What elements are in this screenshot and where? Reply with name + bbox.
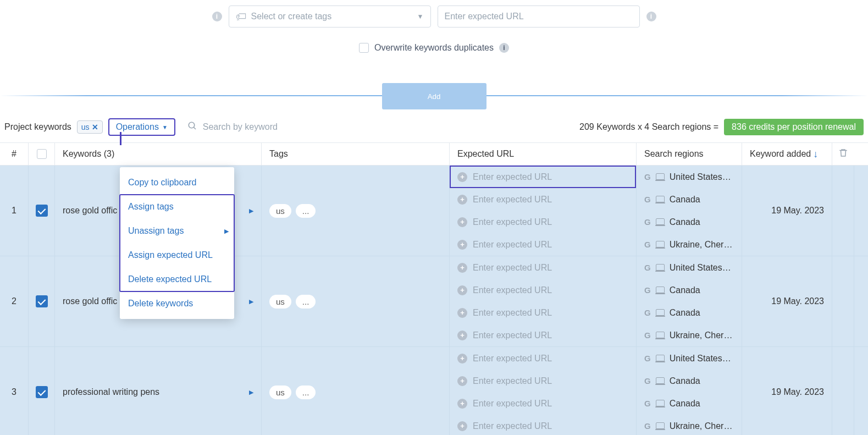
operations-button[interactable]: Operations ▼ <box>108 118 175 136</box>
expected-url-input-row[interactable]: +Enter expected URL <box>450 347 636 370</box>
plus-icon: + <box>457 421 467 431</box>
column-header-expected-url[interactable]: Expected URL <box>450 143 637 165</box>
chevron-right-icon[interactable]: ▶ <box>249 389 253 396</box>
google-icon: G <box>644 421 651 431</box>
dropdown-item-delete-keywords[interactable]: Delete keywords <box>120 291 234 316</box>
dropdown-item-label: Unassign tags <box>128 226 184 235</box>
region-text: Canada <box>670 285 700 295</box>
desktop-icon <box>655 196 665 203</box>
desktop-icon <box>655 355 665 362</box>
plus-icon: + <box>457 195 467 205</box>
add-button[interactable]: Add <box>382 83 486 109</box>
expected-url-input-row[interactable]: +Enter expected URL <box>450 188 636 211</box>
column-header-keyword-added-label: Keyword added <box>750 149 811 159</box>
table-header: # Keywords (3) Tags Expected URL Search … <box>0 142 868 166</box>
google-icon: G <box>644 217 651 227</box>
desktop-icon <box>655 264 665 272</box>
operations-dropdown: Copy to clipboard Assign tags Unassign t… <box>120 167 234 319</box>
expected-url-input-row[interactable]: +Enter expected URL <box>450 415 636 435</box>
google-icon: G <box>644 195 651 204</box>
expected-url-input-row[interactable]: +Enter expected URL <box>450 324 636 346</box>
chevron-right-icon[interactable]: ▶ <box>249 207 253 214</box>
chevron-right-icon[interactable]: ▶ <box>249 298 253 305</box>
url-placeholder-text: Enter expected URL <box>473 354 552 364</box>
google-icon: G <box>644 172 651 181</box>
dropdown-item-copy[interactable]: Copy to clipboard <box>120 170 234 195</box>
table-row: 3professional writing pens▶us...+Enter e… <box>0 347 868 435</box>
expected-url-input-row[interactable]: +Enter expected URL <box>450 392 636 415</box>
url-placeholder-text: Enter expected URL <box>473 308 552 318</box>
desktop-icon <box>655 173 665 181</box>
filter-chip-us[interactable]: us ✕ <box>77 120 103 134</box>
tag-pill[interactable]: ... <box>296 295 316 309</box>
trash-icon[interactable] <box>838 148 848 160</box>
expected-url-input[interactable]: Enter expected URL <box>438 5 640 27</box>
dropdown-item-assign-tags[interactable]: Assign tags <box>120 195 234 219</box>
google-icon: G <box>644 285 651 295</box>
plus-icon: + <box>457 376 467 386</box>
region-cell: GUkraine, Cher… <box>637 233 742 256</box>
tag-pill[interactable]: us <box>269 295 291 309</box>
row-checkbox[interactable] <box>36 295 48 307</box>
row-checkbox[interactable] <box>36 386 48 398</box>
plus-icon: + <box>457 172 467 182</box>
url-placeholder-text: Enter expected URL <box>473 195 552 205</box>
url-placeholder-text: Enter expected URL <box>473 421 552 431</box>
tag-pill[interactable]: ... <box>296 386 316 399</box>
date-added: 19 May. 2023 <box>742 256 832 346</box>
url-placeholder-text: Enter expected URL <box>473 331 552 340</box>
region-text: Ukraine, Cher… <box>670 421 733 431</box>
expected-url-input-row[interactable]: +Enter expected URL <box>450 256 636 279</box>
plus-icon: + <box>457 217 467 227</box>
dropdown-item-unassign-tags[interactable]: Unassign tags ▶ <box>120 219 234 243</box>
tags-placeholder: Select or create tags <box>251 12 332 21</box>
search-input[interactable] <box>203 122 346 132</box>
expected-url-input-row[interactable]: +Enter expected URL <box>450 166 636 188</box>
info-icon[interactable]: i <box>212 12 222 21</box>
url-placeholder: Enter expected URL <box>445 12 524 21</box>
region-text: Canada <box>670 399 700 409</box>
row-checkbox[interactable] <box>36 205 48 217</box>
keyword-text: professional writing pens <box>63 387 159 397</box>
tags-select[interactable]: 🏷 Select or create tags ▼ <box>229 5 431 27</box>
filter-chip-label: us <box>81 123 90 131</box>
desktop-icon <box>655 287 665 294</box>
tag-pill[interactable]: us <box>269 204 291 218</box>
plus-icon: + <box>457 285 467 295</box>
dropdown-item-delete-url[interactable]: Delete expected URL <box>120 267 234 291</box>
credits-summary: 209 Keywords x 4 Search regions = <box>579 122 718 132</box>
region-cell: GCanada <box>637 392 742 415</box>
tag-pill[interactable]: ... <box>296 204 316 218</box>
expected-url-input-row[interactable]: +Enter expected URL <box>450 301 636 324</box>
close-icon[interactable]: ✕ <box>92 123 98 131</box>
plus-icon: + <box>457 308 467 318</box>
dropdown-item-assign-url[interactable]: Assign expected URL <box>120 243 234 267</box>
column-header-keyword-added[interactable]: Keyword added ↓ <box>742 143 832 165</box>
info-icon[interactable]: i <box>646 12 656 21</box>
expected-url-input-row[interactable]: +Enter expected URL <box>450 211 636 233</box>
row-number: 2 <box>0 256 29 346</box>
expected-url-input-row[interactable]: +Enter expected URL <box>450 279 636 301</box>
plus-icon: + <box>457 354 467 364</box>
select-all-checkbox[interactable] <box>37 149 47 159</box>
chevron-down-icon: ▼ <box>417 13 424 20</box>
column-header-search-regions[interactable]: Search regions <box>637 143 742 165</box>
desktop-icon <box>655 377 665 385</box>
tag-pill[interactable]: us <box>269 386 291 399</box>
expected-url-input-row[interactable]: +Enter expected URL <box>450 370 636 392</box>
project-keywords-label: Project keywords <box>4 122 71 132</box>
column-header-tags[interactable]: Tags <box>262 143 450 165</box>
column-header-keywords[interactable]: Keywords (3) <box>55 143 262 165</box>
column-header-number: # <box>0 143 29 165</box>
keyword-text: rose gold offic <box>63 296 117 306</box>
overwrite-label: Overwrite keywords duplicates <box>374 43 494 53</box>
google-icon: G <box>644 240 651 249</box>
region-cell: GCanada <box>637 279 742 301</box>
google-icon: G <box>644 399 651 408</box>
info-icon[interactable]: i <box>499 43 509 53</box>
expected-url-input-row[interactable]: +Enter expected URL <box>450 233 636 256</box>
tag-icon: 🏷 <box>236 10 247 23</box>
operations-label: Operations <box>116 122 159 132</box>
region-cell: GUnited States… <box>637 166 742 188</box>
overwrite-checkbox[interactable] <box>359 43 369 53</box>
